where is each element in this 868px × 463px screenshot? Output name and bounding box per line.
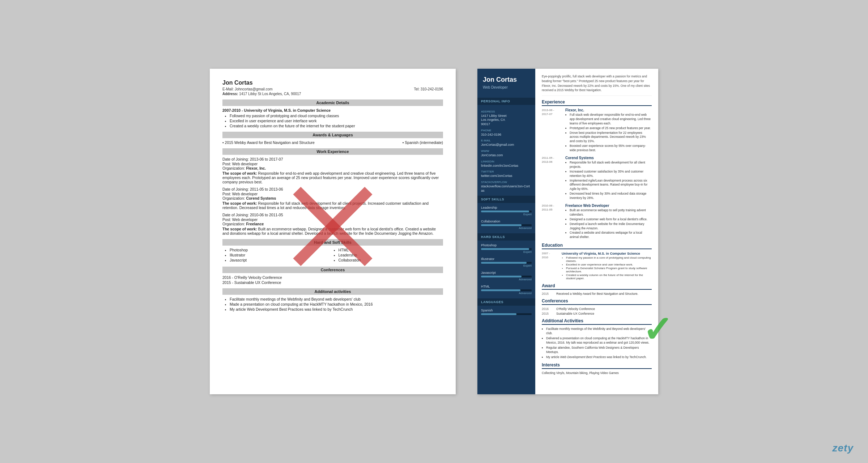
- skill-html: HTML Advanced: [477, 285, 535, 295]
- work-post-2: Post: Web developer: [222, 192, 443, 196]
- activity-right-3: Regular attendee, Southern California We…: [546, 346, 652, 354]
- interests-text: Collecting Vinyls, Mountain biking, Play…: [542, 371, 652, 375]
- email-label: E-mail: [481, 139, 532, 142]
- left-header: Jon Cortas E-Mail: Johncortas@gmail.com …: [222, 80, 443, 96]
- skill-collaboration: Collaboration: [339, 258, 443, 262]
- right-main-content: Eye-poppingly prolific, full stack web d…: [535, 69, 658, 394]
- activity-2: Made a presentation on cloud computing a…: [230, 302, 443, 306]
- skills-section-header: Hard and Soft Skills: [222, 239, 443, 246]
- academic-section-header: Academic Details: [222, 99, 443, 106]
- skill-javascript-fill: [481, 276, 522, 277]
- skill-photoshop-fill: [481, 248, 529, 250]
- skill-photoshop-sublabel: Expert: [481, 250, 532, 254]
- work-entry-2: Date of Joining: 2011-05 to 2013-06 Post…: [222, 187, 443, 210]
- work-date-3: Date of Joining: 2010-06 to 2011-05: [222, 213, 443, 217]
- edu-bullet-3: Pursued a Generalist Scholars Program gr…: [566, 267, 652, 273]
- www-value: JonCortas.com: [481, 153, 532, 158]
- awards-section-header: Awards & Languages: [222, 132, 443, 138]
- skill-illustrator: Illustrator Expert: [477, 257, 535, 267]
- email-value: JonCortas@gmail.com: [481, 143, 532, 147]
- linkedin-value: linkedin.com/in/JonCortas: [481, 164, 532, 168]
- skill-illustrator-sublabel: Expert: [481, 264, 532, 267]
- work-entry-3: Date of Joining: 2010-06 to 2011-05 Post…: [222, 213, 443, 235]
- conferences-section-header: Conferences: [222, 267, 443, 273]
- skill-leadership: Leadership Expert: [477, 206, 535, 216]
- skill-collaboration-label: Collaboration: [481, 220, 532, 223]
- activity-1: Facilitate monthly meetings of the Webfi…: [230, 297, 443, 301]
- skill-photoshop: Photoshop Expert: [477, 243, 535, 254]
- left-address: Address: 1417 Libby St Los Angeles, CA, …: [222, 92, 301, 96]
- stackoverflow-value: stackoverflow.com/users/Jon-Cortas: [481, 184, 532, 193]
- skill-illustrator-fill: [481, 262, 527, 264]
- skill-collaboration-track: [481, 224, 532, 226]
- activity-right-2: Delivered a presentation on cloud comput…: [546, 336, 652, 345]
- www-label: WWW: [481, 149, 532, 153]
- address-label: Address: [481, 110, 532, 113]
- award-entry-1: 2015 Received a Webby Award for Best Nav…: [542, 292, 652, 296]
- education-section-title: Education: [542, 243, 652, 249]
- conf-entry-2: 2015 Sustainable UX Conference: [542, 312, 652, 315]
- conferences-content: 2016 - O'Reilly Velocity Conference 2015…: [222, 275, 443, 285]
- languages-title: Languages: [477, 298, 535, 306]
- phone-value: 310-242-0196: [481, 133, 532, 137]
- exp-bullet-3-3: Developed a launch website for the Indie…: [570, 222, 652, 231]
- hard-skills-title: Hard Skills: [477, 233, 535, 241]
- work-date-2: Date of Joining: 2011-05 to 2013-06: [222, 187, 443, 191]
- soft-skills-title: Soft Skills: [477, 196, 535, 203]
- skills-list: Photoshop Illustrator Javascript HTML Le…: [230, 248, 443, 263]
- edu-date-1: 2007 -2010: [542, 251, 562, 280]
- work-scope-3: The scope of work: Built an ecommerce we…: [222, 227, 443, 235]
- edu-entry-1: 2007 -2010 University of Virginia, M.S. …: [542, 251, 652, 280]
- experience-section-title: Experience: [542, 99, 652, 106]
- skill-photoshop-track: [481, 248, 532, 250]
- activities-list: Facilitate monthly meetings of the Webfi…: [546, 327, 652, 359]
- edu-title-1: University of Virginia, M.S. in Computer…: [562, 251, 652, 255]
- work-post-1: Post: Web developer: [222, 162, 443, 166]
- twitter-label: Twitter: [481, 170, 532, 173]
- left-name: Jon Cortas: [222, 80, 443, 86]
- skill-photoshop: Photoshop: [230, 248, 335, 252]
- left-address-row: Address: 1417 Libby St Los Angeles, CA, …: [222, 92, 443, 96]
- exp-date-2: 2011-05 -2013-06: [542, 156, 565, 201]
- skill-html-fill: [481, 289, 520, 291]
- activities-section-header: Additonal activities: [222, 288, 443, 295]
- work-org-3: Organization: Freelance: [222, 222, 443, 226]
- exp-bullet-3-4: Created a website and donations webpage …: [570, 231, 652, 239]
- skill-leadership-sublabel: Expert: [481, 213, 532, 216]
- right-summary: Eye-poppingly prolific, full stack web d…: [542, 74, 652, 96]
- lang-spanish-fill: [481, 313, 516, 315]
- award-year-1: 2015: [542, 292, 556, 296]
- activity-right-1: Facilitate monthly meetings of the Webfi…: [546, 327, 652, 336]
- right-sidebar: Jon Cortas Web Developer Personal Info A…: [477, 69, 535, 394]
- edu-bullet-4: Created a weekly column on the future of…: [566, 273, 652, 280]
- work-entry-1: Date of Joining: 2013-06 to 2017-07 Post…: [222, 157, 443, 184]
- exp-bullets-1: Full stack web developer responsible for…: [570, 113, 652, 153]
- exp-bullet-2-4: Decreased lead times by 30% and reduced …: [570, 192, 652, 200]
- exp-content-2: Corend Systems Responsible for full stac…: [565, 156, 652, 201]
- activity-right-4: My article Web Development Best Practice…: [546, 355, 652, 360]
- skill-html-label: HTML: [481, 285, 532, 288]
- work-scope-2: The scope of work: Responsible for full …: [222, 201, 443, 210]
- exp-entry-2: 2011-05 -2013-06 Corend Systems Responsi…: [542, 156, 652, 201]
- exp-bullet-3-1: Built an ecommerce webapp to sell potty …: [570, 208, 652, 217]
- skill-collaboration-sublabel: Advanced: [481, 226, 532, 230]
- exp-company-2: Corend Systems: [565, 156, 652, 160]
- address-value: 1417 Libby StreetLos Angeles, CA90017: [481, 114, 532, 127]
- lang-spanish-track: [481, 313, 532, 315]
- resume-left: Jon Cortas E-Mail: Johncortas@gmail.com …: [210, 69, 456, 394]
- skill-photoshop-label: Photoshop: [481, 243, 532, 247]
- work-post-3: Post: Web developer: [222, 217, 443, 222]
- left-email: E-Mail: Johncortas@gmail.com: [222, 87, 273, 91]
- lang-spanish: Spanish: [477, 309, 535, 315]
- skill-leadership-label: Leadership: [481, 206, 532, 209]
- exp-entry-1: 2013-06 -2017-07 Flexor, Inc. Full stack…: [542, 108, 652, 153]
- activities-section-title: Additional Activities: [542, 318, 652, 325]
- stackoverflow-label: StackOverflow: [481, 180, 532, 184]
- skill-javascript-track: [481, 276, 532, 277]
- exp-content-1: Flexor, Inc. Full stack web developer re…: [565, 108, 652, 153]
- skill-illustrator: Illustrator: [230, 253, 335, 257]
- academic-content: 2007-2010 - University of Virginia, M.S.…: [222, 108, 443, 128]
- conf-item-2: 2015 - Sustainable UX Conference: [222, 280, 443, 285]
- sidebar-header: Jon Cortas Web Developer: [477, 69, 535, 98]
- conf-text-1: O'Reilly Velocity Conference: [556, 307, 595, 311]
